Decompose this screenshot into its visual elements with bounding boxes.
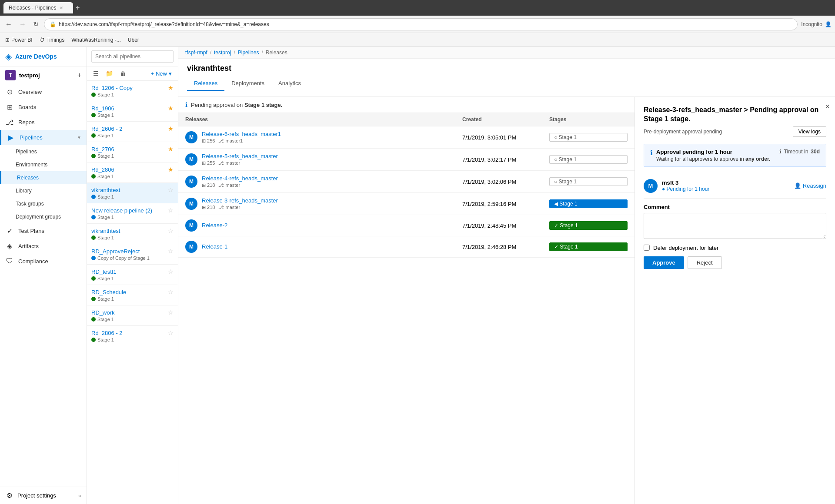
- tab-deployments[interactable]: Deployments: [224, 76, 271, 91]
- release-stage-badge[interactable]: ○ Stage 1: [549, 133, 628, 142]
- pipeline-item-link[interactable]: RD_Schedule: [91, 289, 126, 295]
- sidebar-item-artifacts[interactable]: ◈ Artifacts: [0, 239, 87, 254]
- pipeline-star-icon[interactable]: ☆: [168, 186, 174, 193]
- release-link[interactable]: Release-1: [202, 243, 227, 250]
- table-row[interactable]: M Release-6-refs_heads_master1 ⊞ 256⎇ ma…: [178, 126, 635, 149]
- address-bar[interactable]: 🔒 https://dev.azure.com/tfspf-rmpf/testp…: [44, 18, 798, 30]
- pipeline-item-link[interactable]: Rd_2706: [91, 146, 114, 153]
- sidebar-item-deployment-groups[interactable]: Deployment groups: [0, 210, 87, 223]
- pipeline-star-icon[interactable]: ★: [168, 166, 174, 173]
- pipeline-star-icon[interactable]: ☆: [168, 207, 174, 214]
- breadcrumb-org[interactable]: tfspf-rmpf: [185, 50, 207, 56]
- pipeline-item-link[interactable]: Rd_2806 - 2: [91, 330, 123, 336]
- release-stage-badge[interactable]: ○ Stage 1: [549, 155, 628, 164]
- sidebar-item-overview[interactable]: ⊙ Overview: [0, 84, 87, 99]
- release-link[interactable]: Release-3-refs_heads_master: [202, 197, 278, 204]
- panel-close-button[interactable]: ×: [825, 102, 830, 111]
- pipeline-item-link[interactable]: RD_work: [91, 309, 114, 316]
- pipeline-item-link[interactable]: RD_testf1: [91, 269, 117, 275]
- approve-button[interactable]: Approve: [644, 256, 684, 269]
- release-stage-badge[interactable]: ○ Stage 1: [549, 177, 628, 186]
- release-stage-badge[interactable]: ✓ Stage 1: [549, 242, 628, 251]
- sidebar-item-environments[interactable]: Environments: [0, 158, 87, 171]
- sidebar-item-compliance[interactable]: 🛡 Compliance: [0, 254, 87, 269]
- pipeline-list-item[interactable]: RD_testf1 ☆ Stage 1: [87, 265, 178, 285]
- pipeline-item-link[interactable]: Rd_2606 - 2: [91, 126, 123, 132]
- active-tab[interactable]: Releases - Pipelines ✕: [3, 2, 73, 13]
- pipeline-search-input[interactable]: [91, 50, 174, 63]
- sidebar-item-pipelines[interactable]: ▶ Pipelines ▼: [0, 130, 87, 145]
- pipeline-item-link[interactable]: Rd_1906: [91, 105, 114, 112]
- pipeline-list-item[interactable]: vikranthtest ☆ Stage 1: [87, 224, 178, 244]
- pipeline-star-icon[interactable]: ☆: [168, 248, 174, 255]
- pipeline-star-icon[interactable]: ☆: [168, 288, 174, 295]
- pipeline-star-icon[interactable]: ★: [168, 146, 174, 153]
- pipeline-star-icon[interactable]: ★: [168, 105, 174, 112]
- pipeline-list-item[interactable]: RD_ApproveReject ☆ Copy of Copy of Stage…: [87, 244, 178, 265]
- collapse-sidebar-button[interactable]: «: [78, 492, 81, 499]
- reassign-button[interactable]: 👤 Reassign: [794, 182, 826, 189]
- pipeline-item-link[interactable]: Rd_2806: [91, 166, 114, 173]
- pipeline-list-item[interactable]: Rd_1206 - Copy ★ Stage 1: [87, 81, 178, 101]
- sidebar-footer[interactable]: ⚙ Project settings «: [0, 487, 87, 504]
- sidebar-item-task-groups[interactable]: Task groups: [0, 197, 87, 210]
- pipeline-item-link[interactable]: New release pipeline (2): [91, 207, 152, 214]
- folder-view-button[interactable]: 📁: [103, 68, 116, 79]
- bookmark-whatwasrunning[interactable]: WhatWasRunning -...: [71, 37, 121, 43]
- delete-button[interactable]: 🗑: [117, 68, 129, 79]
- pipeline-item-link[interactable]: Rd_1206 - Copy: [91, 85, 133, 91]
- pipeline-star-icon[interactable]: ☆: [168, 268, 174, 275]
- sidebar-item-boards[interactable]: ⊞ Boards: [0, 99, 87, 115]
- bookmark-uber[interactable]: Uber: [128, 37, 139, 43]
- pipeline-star-icon[interactable]: ☆: [168, 329, 174, 336]
- sidebar-item-pipelines-sub[interactable]: Pipelines: [0, 145, 87, 158]
- reject-button[interactable]: Reject: [688, 256, 722, 269]
- release-link[interactable]: Release-6-refs_heads_master1: [202, 131, 281, 137]
- comment-input[interactable]: [644, 213, 826, 239]
- list-view-button[interactable]: ☰: [90, 68, 101, 79]
- pipeline-list-item[interactable]: RD_work ☆ Stage 1: [87, 305, 178, 326]
- back-button[interactable]: ←: [3, 19, 14, 30]
- pipeline-list-item[interactable]: Rd_1906 ★ Stage 1: [87, 101, 178, 122]
- sidebar-item-releases[interactable]: Releases: [0, 171, 87, 184]
- release-link[interactable]: Release-4-refs_heads_master: [202, 175, 278, 182]
- defer-checkbox[interactable]: [644, 245, 650, 251]
- refresh-button[interactable]: ↻: [31, 18, 40, 30]
- release-link[interactable]: Release-2: [202, 222, 227, 229]
- release-stage-badge[interactable]: ◀ Stage 1: [549, 199, 628, 208]
- pipeline-list-item[interactable]: RD_Schedule ☆ Stage 1: [87, 285, 178, 305]
- table-row[interactable]: M Release-4-refs_heads_master ⊞ 218⎇ mas…: [178, 171, 635, 193]
- pipeline-item-link[interactable]: RD_ApproveReject: [91, 248, 140, 255]
- table-row[interactable]: M Release-2 7/1/2019, 2:48:45 PM ✓ Stage…: [178, 215, 635, 236]
- release-stage-badge[interactable]: ✓ Stage 1: [549, 221, 628, 230]
- pipeline-list-item[interactable]: vikranthtest ☆ Stage 1: [87, 183, 178, 203]
- sidebar-project[interactable]: T testproj +: [0, 66, 87, 84]
- pipeline-item-link[interactable]: vikranthtest: [91, 187, 120, 193]
- pipeline-star-icon[interactable]: ★: [168, 84, 174, 91]
- breadcrumb-pipelines[interactable]: Pipelines: [238, 50, 259, 56]
- pipeline-list-item[interactable]: Rd_2706 ★ Stage 1: [87, 142, 178, 162]
- pipeline-star-icon[interactable]: ★: [168, 125, 174, 132]
- bookmark-timings[interactable]: ⏱ Timings: [40, 37, 65, 43]
- release-link[interactable]: Release-5-refs_heads_master: [202, 153, 278, 159]
- project-add-button[interactable]: +: [77, 71, 81, 79]
- pipeline-list-item[interactable]: New release pipeline (2) ☆ Stage 1: [87, 203, 178, 224]
- forward-button[interactable]: →: [17, 19, 28, 30]
- sidebar-item-repos[interactable]: ⎇ Repos: [0, 115, 87, 130]
- bookmark-powerbi[interactable]: ⊞ Power BI: [5, 37, 33, 43]
- new-pipeline-button[interactable]: + New ▾: [148, 69, 174, 79]
- table-row[interactable]: M Release-3-refs_heads_master ⊞ 218⎇ mas…: [178, 193, 635, 215]
- tab-close-button[interactable]: ✕: [60, 6, 63, 10]
- pipeline-list-item[interactable]: Rd_2806 - 2 ☆ Stage 1: [87, 326, 178, 346]
- pipeline-star-icon[interactable]: ☆: [168, 309, 174, 316]
- pipeline-star-icon[interactable]: ☆: [168, 227, 174, 234]
- pipeline-list-item[interactable]: Rd_2606 - 2 ★ Stage 1: [87, 122, 178, 142]
- sidebar-item-library[interactable]: Library: [0, 184, 87, 197]
- table-row[interactable]: M Release-5-refs_heads_master ⊞ 255⎇ mas…: [178, 149, 635, 171]
- sidebar-item-test-plans[interactable]: ✓ Test Plans: [0, 223, 87, 239]
- breadcrumb-project[interactable]: testproj: [214, 50, 231, 56]
- view-logs-button[interactable]: View logs: [793, 126, 826, 137]
- pipeline-list-item[interactable]: Rd_2806 ★ Stage 1: [87, 162, 178, 183]
- tab-analytics[interactable]: Analytics: [271, 76, 308, 91]
- tab-releases[interactable]: Releases: [187, 76, 224, 91]
